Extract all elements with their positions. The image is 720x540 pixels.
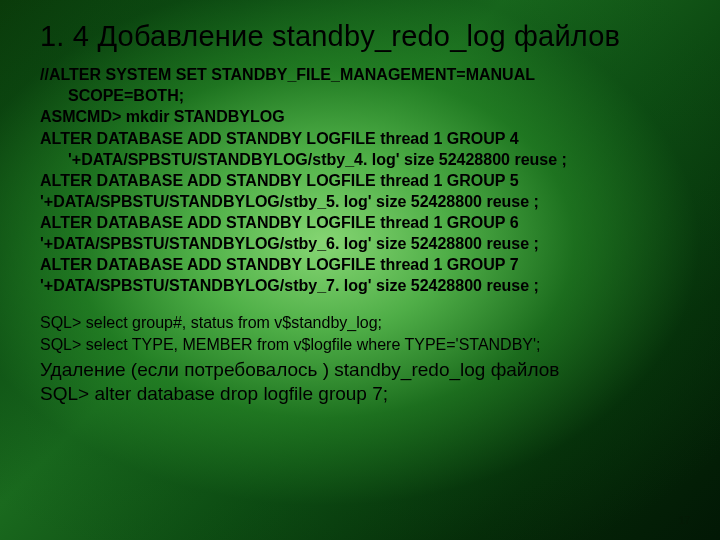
notes-block: Удаление (если потребовалось ) standby_r… [40,358,684,407]
code-block: //ALTER SYSTEM SET STANDBY_FILE_MANAGEME… [40,64,684,296]
code-line: ALTER DATABASE ADD STANDBY LOGFILE threa… [40,212,684,233]
query-line: SQL> select group#, status from v$standb… [40,312,684,334]
code-line: '+DATA/SPBSTU/STANDBYLOG/stby_6. log' si… [40,233,684,254]
slide-title: 1. 4 Добавление standby_redo_log файлов [40,18,684,54]
notes-line: Удаление (если потребовалось ) standby_r… [40,358,684,383]
notes-line: SQL> alter database drop logfile group 7… [40,382,684,407]
query-block: SQL> select group#, status from v$standb… [40,312,684,355]
code-line: ALTER DATABASE ADD STANDBY LOGFILE threa… [40,128,684,149]
code-line: ALTER DATABASE ADD STANDBY LOGFILE threa… [40,254,684,275]
code-line: ASMCMD> mkdir STANDBYLOG [40,106,684,127]
code-line: ALTER DATABASE ADD STANDBY LOGFILE threa… [40,170,684,191]
code-line: //ALTER SYSTEM SET STANDBY_FILE_MANAGEME… [40,64,684,85]
code-line: '+DATA/SPBSTU/STANDBYLOG/stby_5. log' si… [40,191,684,212]
slide: 1. 4 Добавление standby_redo_log файлов … [0,0,720,427]
page-number: 17 [679,515,690,526]
code-line: '+DATA/SPBSTU/STANDBYLOG/stby_4. log' si… [40,149,684,170]
code-line: '+DATA/SPBSTU/STANDBYLOG/stby_7. log' si… [40,275,684,296]
query-line: SQL> select TYPE, MEMBER from v$logfile … [40,334,684,356]
code-line: SCOPE=BOTH; [40,85,684,106]
